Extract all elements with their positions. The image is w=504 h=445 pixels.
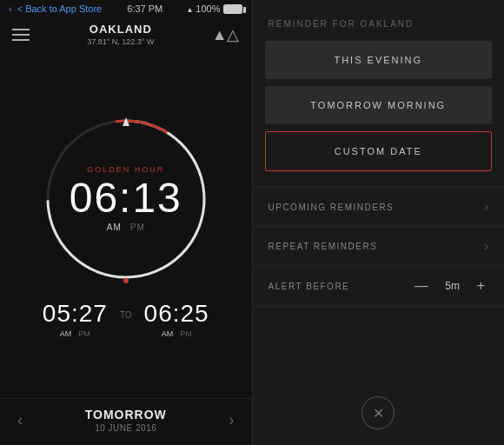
alert-controls: — 5m +: [411, 278, 488, 294]
top-bar: OAKLAND 37.81° N, 122.3° W ▲△: [0, 17, 252, 51]
city-name: OAKLAND: [87, 23, 154, 36]
start-pm: PM: [78, 329, 90, 338]
date-info: TOMORROW 10 JUNE 2016: [85, 408, 167, 433]
am-pm-indicator: AM PM: [107, 222, 145, 232]
alert-minus-button[interactable]: —: [411, 278, 432, 294]
battery-fill: [224, 5, 242, 13]
upcoming-reminders-chevron-icon: ›: [484, 200, 488, 214]
location-arrow-icon: ▴: [188, 4, 192, 14]
start-am: AM: [60, 329, 72, 338]
am-label: AM: [107, 222, 122, 232]
end-time: 06:25: [144, 300, 209, 328]
clock-time: 06:13: [70, 177, 182, 219]
svg-point-4: [123, 278, 129, 283]
this-evening-button[interactable]: THIS EVENING: [265, 41, 493, 79]
start-time: 05:27: [43, 300, 108, 328]
reminder-options: UPCOMING REMINDERS › REPEAT REMINDERS › …: [253, 187, 505, 307]
coordinates: 37.81° N, 122.3° W: [87, 37, 154, 46]
battery-percent: 100%: [196, 3, 220, 14]
to-label: TO: [120, 310, 132, 320]
hamburger-line: [12, 29, 30, 30]
alert-before-label: ALERT BEFORE: [269, 282, 350, 291]
start-time-block: 05:27 AM PM: [43, 300, 108, 338]
repeat-reminders-label: REPEAT REMINDERS: [269, 242, 378, 251]
custom-date-button[interactable]: CUSTOM DATE: [265, 131, 493, 171]
upcoming-reminders-label: UPCOMING REMINDERS: [269, 203, 395, 212]
golden-hour-label: GOLDEN HOUR: [87, 165, 164, 174]
reminder-header: REMINDER FOR OAKLAND: [253, 0, 505, 41]
location-info: OAKLAND 37.81° N, 122.3° W: [87, 23, 154, 46]
upcoming-reminders-row[interactable]: UPCOMING REMINDERS ›: [253, 188, 505, 227]
date-sub: 10 JUNE 2016: [85, 423, 167, 433]
back-to-store[interactable]: ‹ < Back to App Store: [9, 3, 102, 14]
end-ampm: AM PM: [144, 329, 209, 338]
pm-label: PM: [130, 222, 145, 232]
hamburger-line: [12, 39, 30, 41]
alert-plus-button[interactable]: +: [474, 278, 488, 294]
repeat-reminders-chevron-icon: ›: [484, 239, 488, 253]
clock-ring: GOLDEN HOUR 06:13 AM PM: [39, 112, 213, 286]
end-am: AM: [162, 329, 174, 338]
left-panel: ‹ < Back to App Store 6:37 PM ▴ 100% OAK…: [0, 0, 252, 445]
next-day-button[interactable]: ›: [229, 411, 234, 429]
status-time: 6:37 PM: [127, 3, 162, 14]
prev-day-button[interactable]: ‹: [17, 411, 23, 429]
date-label: TOMORROW: [85, 408, 167, 422]
close-btn-row: ✕: [253, 307, 505, 445]
status-bar: ‹ < Back to App Store 6:37 PM ▴ 100%: [0, 0, 252, 17]
close-x-icon: ✕: [373, 405, 384, 422]
start-ampm: AM PM: [43, 329, 108, 338]
end-pm: PM: [180, 329, 192, 338]
battery-area: ▴ 100%: [188, 3, 242, 14]
reminder-buttons: THIS EVENING TOMORROW MORNING CUSTOM DAT…: [253, 41, 505, 171]
alert-value: 5m: [442, 280, 463, 292]
repeat-reminders-row[interactable]: REPEAT REMINDERS ›: [253, 227, 505, 266]
hamburger-line: [12, 34, 30, 36]
alert-before-row: ALERT BEFORE — 5m +: [253, 266, 505, 307]
battery-icon: [223, 4, 242, 14]
menu-button[interactable]: [12, 29, 30, 41]
bell-icon[interactable]: ▲△: [212, 25, 240, 44]
close-button[interactable]: ✕: [361, 396, 395, 429]
bottom-nav: ‹ TOMORROW 10 JUNE 2016 ›: [0, 398, 252, 445]
clock-area: GOLDEN HOUR 06:13 AM PM 05:27 AM PM TO 0…: [0, 51, 252, 398]
clock-inner: GOLDEN HOUR 06:13 AM PM: [70, 165, 182, 232]
time-range: 05:27 AM PM TO 06:25 AM PM: [43, 300, 209, 338]
tomorrow-morning-button[interactable]: TOMORROW MORNING: [265, 86, 493, 124]
right-panel: REMINDER FOR OAKLAND THIS EVENING TOMORR…: [253, 0, 505, 445]
end-time-block: 06:25 AM PM: [144, 300, 209, 338]
